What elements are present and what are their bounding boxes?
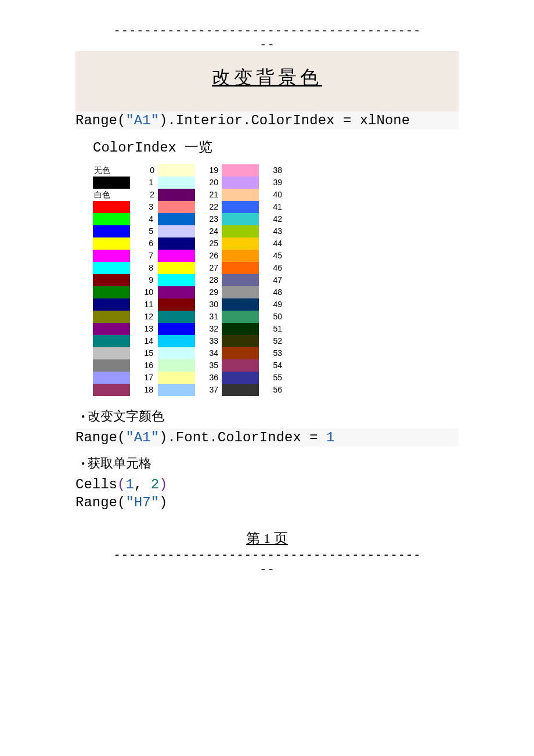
- colorindex-swatch: [158, 335, 195, 347]
- colorindex-swatch: [158, 286, 195, 298]
- colorindex-number: 4: [130, 213, 157, 225]
- colorindex-row: 38: [222, 164, 286, 177]
- colorindex-row: 22: [158, 201, 222, 213]
- colorindex-row: 19: [158, 164, 222, 177]
- colorindex-row: 33: [158, 335, 222, 347]
- colorindex-number: 48: [259, 286, 286, 298]
- colorindex-row: 20: [158, 177, 222, 189]
- colorindex-swatch: [158, 177, 195, 189]
- colorindex-table: 无色01白色2345678910111213141516171819202122…: [93, 164, 459, 396]
- colorindex-swatch: [222, 177, 259, 189]
- colorindex-swatch: [222, 164, 259, 177]
- colorindex-number: 20: [195, 177, 222, 189]
- colorindex-number: 13: [130, 323, 157, 335]
- code-arg: "A1": [125, 430, 159, 445]
- colorindex-label: 无色: [93, 164, 131, 177]
- bullet-change-font-color: 改变文字颜色: [81, 408, 459, 425]
- colorindex-number: 44: [259, 237, 286, 250]
- colorindex-row: 17: [93, 372, 158, 384]
- colorindex-swatch: [158, 225, 195, 237]
- colorindex-number: 49: [259, 298, 286, 311]
- colorindex-number: 56: [259, 384, 286, 396]
- colorindex-row: 40: [222, 189, 286, 201]
- colorindex-number: 0: [131, 164, 158, 177]
- colorindex-row: 52: [222, 335, 286, 347]
- colorindex-number: 38: [259, 164, 286, 177]
- colorindex-row: 49: [222, 298, 286, 311]
- colorindex-row: 41: [222, 201, 286, 213]
- colorindex-row: 16: [93, 359, 158, 372]
- colorindex-row: 5: [93, 225, 158, 237]
- bullet-get-cell: 获取单元格: [81, 455, 459, 472]
- section-title: 改变背景色: [75, 51, 459, 111]
- colorindex-row: 43: [222, 225, 286, 237]
- colorindex-swatch: [158, 237, 195, 250]
- colorindex-row: 23: [158, 213, 222, 225]
- colorindex-row: 26: [158, 250, 222, 262]
- colorindex-number: 11: [130, 298, 157, 311]
- code-number: 1: [326, 430, 334, 445]
- colorindex-number: 55: [259, 372, 286, 384]
- colorindex-swatch: [93, 372, 130, 384]
- code-text: ,: [134, 477, 151, 492]
- colorindex-row: 25: [158, 237, 222, 250]
- code-text: Range(: [75, 430, 125, 445]
- colorindex-swatch: [222, 323, 259, 335]
- colorindex-swatch: [158, 164, 195, 177]
- code-cells: Cells(1, 2): [75, 476, 459, 494]
- colorindex-swatch: [93, 311, 130, 323]
- colorindex-row: 51: [222, 323, 286, 335]
- colorindex-swatch: [222, 372, 259, 384]
- colorindex-number: 27: [195, 262, 222, 274]
- colorindex-swatch: [93, 262, 130, 274]
- colorindex-row: 50: [222, 311, 286, 323]
- colorindex-number: 41: [259, 201, 286, 213]
- bullet-text: 获取单元格: [88, 456, 151, 470]
- colorindex-swatch: [222, 262, 259, 274]
- colorindex-row: 54: [222, 359, 286, 372]
- colorindex-number: 24: [195, 225, 222, 237]
- colorindex-number: 28: [195, 274, 222, 286]
- colorindex-swatch: [222, 225, 259, 237]
- colorindex-swatch: [158, 189, 195, 201]
- colorindex-swatch: [222, 213, 259, 225]
- code-text: Range(: [75, 495, 125, 510]
- colorindex-swatch: [93, 201, 130, 213]
- colorindex-row: 3: [93, 201, 158, 213]
- colorindex-number: 31: [195, 311, 222, 323]
- colorindex-swatch: [222, 298, 259, 311]
- colorindex-swatch: [93, 335, 130, 347]
- colorindex-row: 32: [158, 323, 222, 335]
- colorindex-row: 39: [222, 177, 286, 189]
- code-change-font-color: Range("A1").Font.ColorIndex = 1: [75, 429, 459, 447]
- colorindex-row: 30: [158, 298, 222, 311]
- colorindex-number: 50: [259, 311, 286, 323]
- colorindex-number: 30: [195, 298, 222, 311]
- colorindex-number: 25: [195, 237, 222, 250]
- colorindex-swatch: [158, 311, 195, 323]
- colorindex-swatch: [222, 189, 259, 201]
- colorindex-swatch: [158, 323, 195, 335]
- colorindex-row: 53: [222, 347, 286, 359]
- colorindex-number: 23: [195, 213, 222, 225]
- colorindex-number: 12: [130, 311, 157, 323]
- colorindex-number: 9: [130, 274, 157, 286]
- colorindex-swatch: [93, 384, 130, 396]
- colorindex-swatch: [93, 225, 130, 237]
- colorindex-number: 22: [195, 201, 222, 213]
- colorindex-number: 35: [195, 359, 222, 372]
- colorindex-row: 48: [222, 286, 286, 298]
- colorindex-row: 10: [93, 286, 158, 298]
- code-text: Range(: [75, 113, 125, 128]
- colorindex-number: 36: [195, 372, 222, 384]
- colorindex-number: 10: [130, 286, 157, 298]
- colorindex-swatch: [222, 237, 259, 250]
- colorindex-row: 28: [158, 274, 222, 286]
- colorindex-row: 34: [158, 347, 222, 359]
- colorindex-number: 39: [259, 177, 286, 189]
- colorindex-number: 14: [130, 335, 157, 347]
- colorindex-number: 52: [259, 335, 286, 347]
- code-text: Cells: [75, 477, 117, 492]
- colorindex-number: 46: [259, 262, 286, 274]
- colorindex-swatch: [93, 298, 130, 311]
